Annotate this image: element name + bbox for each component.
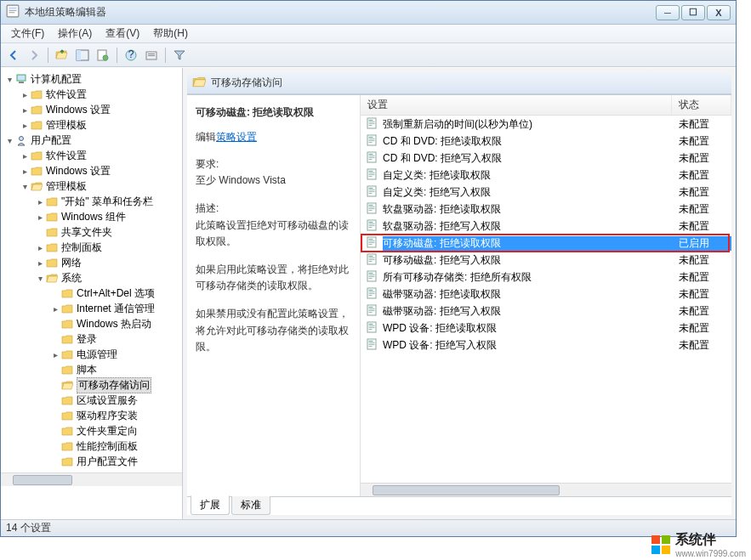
tree-item[interactable]: 共享文件夹 bbox=[1, 224, 183, 240]
folder-open-icon bbox=[60, 378, 74, 392]
policy-row[interactable]: 所有可移动存储类: 拒绝所有权限未配置 bbox=[361, 269, 731, 286]
filter-button[interactable] bbox=[170, 46, 189, 65]
requirements-label: 要求: bbox=[196, 156, 351, 173]
folder-icon bbox=[30, 164, 43, 178]
folder-icon bbox=[60, 455, 74, 468]
policy-row[interactable]: CD 和 DVD: 拒绝写入权限未配置 bbox=[361, 150, 731, 167]
back-button[interactable] bbox=[4, 46, 23, 65]
tree-removable-storage[interactable]: 可移动存储访问 bbox=[1, 377, 183, 393]
list-h-scrollbar[interactable] bbox=[361, 483, 731, 496]
policy-row[interactable]: 自定义类: 拒绝读取权限未配置 bbox=[361, 167, 731, 184]
tree-item[interactable]: 性能控制面板 bbox=[1, 438, 183, 454]
menu-view[interactable]: 查看(V) bbox=[99, 25, 146, 42]
status-count: 14 个设置 bbox=[6, 521, 51, 535]
policy-icon bbox=[366, 202, 379, 216]
policy-row[interactable]: 软盘驱动器: 拒绝读取权限未配置 bbox=[361, 201, 731, 218]
forward-button[interactable] bbox=[25, 46, 43, 65]
column-setting[interactable]: 设置 bbox=[361, 95, 672, 115]
tree-item[interactable]: ▸Windows 设置 bbox=[1, 102, 183, 117]
tree-item[interactable]: ▸Windows 组件 bbox=[1, 209, 183, 224]
menu-help[interactable]: 帮助(H) bbox=[146, 25, 195, 42]
tree-item[interactable]: ▸管理模板 bbox=[1, 117, 183, 133]
watermark-url: www.win7999.com bbox=[675, 549, 746, 558]
policy-name: WPD 设备: 拒绝写入权限 bbox=[383, 338, 679, 353]
tree-pane[interactable]: ▾计算机配置 ▸软件设置 ▸Windows 设置 ▸管理模板 ▾用户配置 ▸软件… bbox=[1, 68, 183, 519]
policy-row[interactable]: CD 和 DVD: 拒绝读取权限未配置 bbox=[361, 133, 731, 150]
policy-icon bbox=[366, 185, 379, 199]
tree-admin-templates[interactable]: ▾管理模板 bbox=[1, 178, 183, 194]
tree-system[interactable]: ▾系统 bbox=[1, 270, 183, 286]
tree-item[interactable]: 用户配置文件 bbox=[1, 454, 183, 469]
content-area: ▾计算机配置 ▸软件设置 ▸Windows 设置 ▸管理模板 ▾用户配置 ▸软件… bbox=[1, 67, 736, 519]
tree-h-scrollbar[interactable] bbox=[1, 472, 182, 486]
tree-item[interactable]: ▸Windows 设置 bbox=[1, 163, 183, 178]
tree-item[interactable]: 脚本 bbox=[1, 362, 183, 377]
folder-icon bbox=[45, 256, 59, 269]
tree-item[interactable]: ▸电源管理 bbox=[1, 347, 183, 362]
tree-item[interactable]: ▸软件设置 bbox=[1, 148, 183, 163]
tree-item[interactable]: 区域设置服务 bbox=[1, 393, 183, 408]
policy-row[interactable]: WPD 设备: 拒绝读取权限未配置 bbox=[361, 320, 731, 337]
tree-item[interactable]: 登录 bbox=[1, 331, 183, 347]
title-bar[interactable]: 本地组策略编辑器 ─ ☐ X bbox=[1, 1, 736, 25]
policy-icon bbox=[366, 219, 379, 233]
edit-policy-link[interactable]: 策略设置 bbox=[216, 131, 257, 143]
description-body: 如果禁用或没有配置此策略设置，将允许对此可移动存储类的读取权限。 bbox=[196, 306, 351, 355]
export-button[interactable] bbox=[142, 46, 161, 65]
folder-icon bbox=[45, 240, 59, 254]
list-header: 可移动存储访问 bbox=[187, 72, 731, 94]
tab-standard[interactable]: 标准 bbox=[231, 496, 270, 515]
tree-user-config[interactable]: ▾用户配置 bbox=[1, 133, 183, 148]
policy-row[interactable]: 软盘驱动器: 拒绝写入权限未配置 bbox=[361, 218, 731, 235]
column-state[interactable]: 状态 bbox=[672, 95, 731, 115]
policy-row[interactable]: 可移动磁盘: 拒绝写入权限未配置 bbox=[361, 252, 731, 269]
computer-icon bbox=[14, 72, 28, 86]
tree-item[interactable]: ▸控制面板 bbox=[1, 240, 183, 255]
policy-name: 软盘驱动器: 拒绝写入权限 bbox=[383, 219, 679, 234]
column-headers[interactable]: 设置 状态 bbox=[361, 95, 731, 116]
policy-state: 未配置 bbox=[679, 304, 731, 319]
tree-item[interactable]: ▸网络 bbox=[1, 255, 183, 270]
tree-item[interactable]: 文件夹重定向 bbox=[1, 423, 183, 438]
policy-icon bbox=[366, 304, 379, 318]
menu-action[interactable]: 操作(A) bbox=[51, 25, 99, 42]
policy-icon bbox=[366, 253, 379, 267]
tree-item[interactable]: ▸软件设置 bbox=[1, 87, 183, 102]
minimize-button[interactable]: ─ bbox=[656, 5, 680, 20]
tree-item[interactable]: Windows 热启动 bbox=[1, 316, 183, 331]
policy-row[interactable]: WPD 设备: 拒绝写入权限未配置 bbox=[361, 337, 731, 354]
folder-icon bbox=[45, 210, 59, 223]
tab-strip: 扩展 标准 bbox=[187, 496, 731, 515]
policy-icon bbox=[366, 134, 379, 148]
folder-icon bbox=[60, 439, 74, 453]
up-button[interactable] bbox=[53, 46, 71, 65]
policy-state: 未配置 bbox=[679, 151, 731, 166]
menu-file[interactable]: 文件(F) bbox=[4, 25, 51, 42]
properties-button[interactable] bbox=[94, 46, 112, 65]
policy-row[interactable]: 可移动磁盘: 拒绝读取权限已启用 bbox=[361, 235, 731, 252]
policy-icon bbox=[366, 338, 379, 352]
policy-icon bbox=[366, 321, 379, 335]
policy-state: 未配置 bbox=[679, 219, 731, 234]
tree-item[interactable]: Ctrl+Alt+Del 选项 bbox=[1, 286, 183, 301]
help-button[interactable]: ? bbox=[122, 46, 140, 65]
show-hide-tree-button[interactable] bbox=[73, 46, 92, 65]
folder-icon bbox=[45, 225, 59, 239]
maximize-button[interactable]: ☐ bbox=[681, 5, 705, 20]
policy-row[interactable]: 强制重新启动的时间(以秒为单位)未配置 bbox=[361, 116, 731, 133]
policy-row[interactable]: 磁带驱动器: 拒绝写入权限未配置 bbox=[361, 303, 731, 320]
policy-row[interactable]: 自定义类: 拒绝写入权限未配置 bbox=[361, 184, 731, 201]
policy-list[interactable]: 强制重新启动的时间(以秒为单位)未配置CD 和 DVD: 拒绝读取权限未配置CD… bbox=[361, 116, 731, 483]
tree-computer-config[interactable]: ▾计算机配置 bbox=[1, 71, 183, 87]
edit-prefix: 编辑 bbox=[196, 131, 216, 143]
tree-item[interactable]: 驱动程序安装 bbox=[1, 408, 183, 423]
tree-item[interactable]: ▸Internet 通信管理 bbox=[1, 301, 183, 316]
policy-state: 未配置 bbox=[679, 168, 731, 183]
tree-item[interactable]: ▸"开始" 菜单和任务栏 bbox=[1, 194, 183, 209]
policy-row[interactable]: 磁带驱动器: 拒绝读取权限未配置 bbox=[361, 286, 731, 303]
tab-extended[interactable]: 扩展 bbox=[191, 495, 230, 515]
toolbar: ? bbox=[1, 43, 736, 67]
policy-state: 已启用 bbox=[679, 236, 731, 251]
close-button[interactable]: X bbox=[707, 5, 731, 20]
watermark: 系统伴 www.win7999.com bbox=[651, 531, 746, 558]
